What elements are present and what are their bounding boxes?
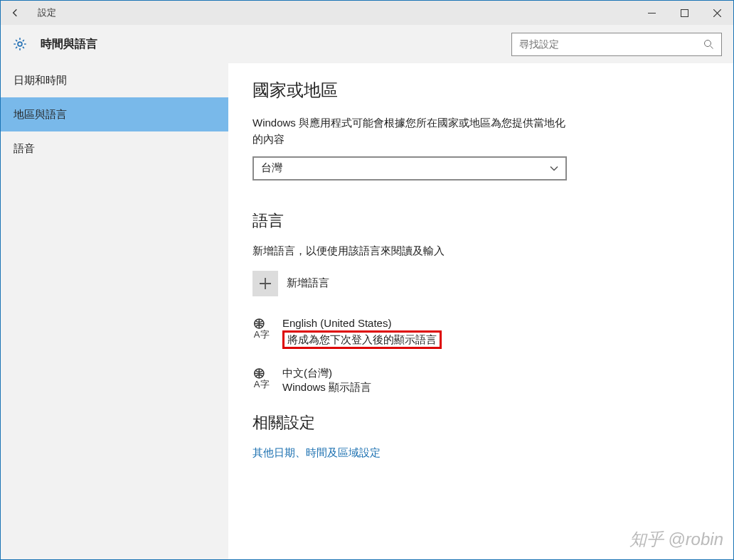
language-name: 中文(台灣) <box>282 366 371 380</box>
language-name: English (United States) <box>282 316 442 330</box>
add-language-label: 新增語言 <box>287 276 329 290</box>
language-item-english[interactable]: A字 English (United States) 將成為您下次登入後的顯示語… <box>252 316 720 350</box>
titlebar: 設定 <box>1 1 733 25</box>
region-heading: 國家或地區 <box>252 79 720 102</box>
search-icon <box>703 39 714 50</box>
sidebar-item-region-language[interactable]: 地區與語言 <box>1 97 228 131</box>
back-button[interactable] <box>1 1 31 25</box>
search-box[interactable] <box>511 33 722 56</box>
language-sub: 將成為您下次登入後的顯示語言 <box>287 333 437 345</box>
maximize-button[interactable] <box>668 1 701 25</box>
header: 時間與語言 <box>1 25 733 63</box>
watermark: 知乎 @robin <box>629 528 723 551</box>
language-sub: Windows 顯示語言 <box>282 380 371 394</box>
language-item-chinese[interactable]: A字 中文(台灣) Windows 顯示語言 <box>252 366 720 395</box>
svg-rect-0 <box>681 9 688 16</box>
language-heading: 語言 <box>252 210 720 232</box>
language-pack-icon: A字 <box>252 367 274 391</box>
sidebar-item-datetime[interactable]: 日期和時間 <box>1 63 228 97</box>
highlight-box: 將成為您下次登入後的顯示語言 <box>282 330 442 349</box>
add-language-row[interactable]: 新增語言 <box>252 271 720 296</box>
sidebar-item-label: 日期和時間 <box>14 74 67 87</box>
svg-text:A字: A字 <box>254 329 270 339</box>
gear-icon <box>12 36 28 52</box>
close-button[interactable] <box>701 1 733 25</box>
language-pack-icon: A字 <box>252 318 274 341</box>
svg-text:A字: A字 <box>254 379 270 389</box>
sidebar-item-label: 地區與語言 <box>14 108 67 122</box>
region-description: Windows 與應用程式可能會根據您所在國家或地區為您提供當地化的內容 <box>252 114 573 148</box>
plus-icon <box>259 277 272 290</box>
sidebar: 日期和時間 地區與語言 語音 <box>1 63 228 559</box>
related-heading: 相關設定 <box>252 412 720 434</box>
sidebar-item-label: 語音 <box>14 142 35 156</box>
sidebar-item-speech[interactable]: 語音 <box>1 131 228 166</box>
window-title: 設定 <box>38 6 56 19</box>
svg-point-2 <box>705 40 711 46</box>
minimize-icon <box>648 9 656 17</box>
minimize-button[interactable] <box>635 1 668 25</box>
language-hint: 新增語言，以便使用該語言來閱讀及輸入 <box>252 244 720 258</box>
region-value: 台灣 <box>261 161 282 175</box>
chevron-down-icon <box>550 164 558 173</box>
search-input[interactable] <box>519 38 703 50</box>
svg-point-1 <box>18 42 22 46</box>
content: 國家或地區 Windows 與應用程式可能會根據您所在國家或地區為您提供當地化的… <box>228 63 733 559</box>
close-icon <box>713 9 721 17</box>
related-link[interactable]: 其他日期、時間及區域設定 <box>252 446 720 460</box>
maximize-icon <box>681 9 688 17</box>
arrow-left-icon <box>10 7 21 18</box>
page-title: 時間與語言 <box>41 37 97 52</box>
region-dropdown[interactable]: 台灣 <box>252 156 567 181</box>
add-language-button[interactable] <box>252 271 278 296</box>
